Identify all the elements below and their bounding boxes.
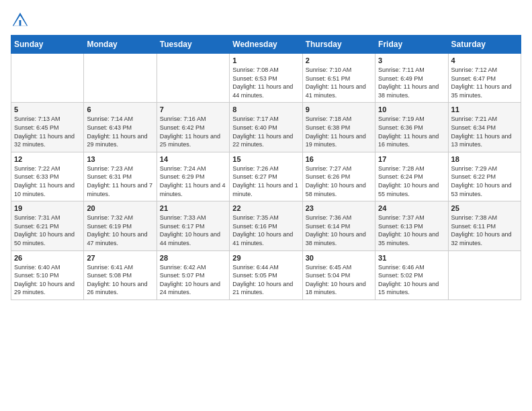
- day-number: 31: [378, 254, 445, 262]
- day-info: Sunrise: 6:44 AM Sunset: 5:05 PM Dayligh…: [232, 263, 299, 297]
- calendar-cell: 12Sunrise: 7:22 AM Sunset: 6:33 PM Dayli…: [11, 152, 84, 201]
- day-info: Sunrise: 7:33 AM Sunset: 6:17 PM Dayligh…: [160, 214, 226, 247]
- calendar-cell: [448, 250, 521, 300]
- day-number: 17: [378, 155, 445, 163]
- day-number: 9: [306, 105, 372, 113]
- calendar-cell: 11Sunrise: 7:21 AM Sunset: 6:34 PM Dayli…: [448, 103, 521, 152]
- weekday-header-monday: Monday: [84, 36, 157, 54]
- day-number: 28: [160, 254, 226, 262]
- day-number: 13: [87, 155, 153, 163]
- day-info: Sunrise: 7:24 AM Sunset: 6:29 PM Dayligh…: [160, 165, 226, 198]
- day-info: Sunrise: 7:38 AM Sunset: 6:11 PM Dayligh…: [451, 214, 518, 247]
- weekday-header-tuesday: Tuesday: [157, 36, 229, 54]
- calendar-cell: 31Sunrise: 6:46 AM Sunset: 5:02 PM Dayli…: [375, 250, 448, 300]
- day-number: 15: [232, 155, 299, 163]
- day-info: Sunrise: 7:26 AM Sunset: 6:27 PM Dayligh…: [232, 165, 299, 198]
- calendar-cell: 9Sunrise: 7:18 AM Sunset: 6:38 PM Daylig…: [302, 103, 375, 152]
- day-number: 10: [378, 105, 445, 113]
- day-info: Sunrise: 7:28 AM Sunset: 6:24 PM Dayligh…: [378, 165, 445, 198]
- day-number: 19: [14, 204, 81, 212]
- day-info: Sunrise: 7:10 AM Sunset: 6:51 PM Dayligh…: [306, 66, 372, 99]
- day-number: 7: [160, 105, 226, 113]
- day-number: 22: [232, 204, 299, 212]
- day-info: Sunrise: 6:40 AM Sunset: 5:10 PM Dayligh…: [14, 263, 81, 297]
- logo-icon: [11, 11, 30, 30]
- calendar-cell: 10Sunrise: 7:19 AM Sunset: 6:36 PM Dayli…: [375, 103, 448, 152]
- calendar-cell: 1Sunrise: 7:08 AM Sunset: 6:53 PM Daylig…: [230, 54, 302, 103]
- day-number: 4: [451, 56, 518, 64]
- day-number: 20: [87, 204, 153, 212]
- week-row-3: 12Sunrise: 7:22 AM Sunset: 6:33 PM Dayli…: [11, 152, 521, 201]
- day-number: 25: [451, 204, 518, 212]
- calendar-cell: 18Sunrise: 7:29 AM Sunset: 6:22 PM Dayli…: [448, 152, 521, 201]
- calendar-cell: 19Sunrise: 7:31 AM Sunset: 6:21 PM Dayli…: [11, 201, 84, 250]
- day-info: Sunrise: 7:12 AM Sunset: 6:47 PM Dayligh…: [451, 66, 518, 99]
- week-row-4: 19Sunrise: 7:31 AM Sunset: 6:21 PM Dayli…: [11, 201, 521, 250]
- week-row-5: 26Sunrise: 6:40 AM Sunset: 5:10 PM Dayli…: [11, 250, 521, 300]
- day-number: 27: [87, 254, 153, 262]
- calendar-cell: 26Sunrise: 6:40 AM Sunset: 5:10 PM Dayli…: [11, 250, 84, 300]
- day-info: Sunrise: 7:35 AM Sunset: 6:16 PM Dayligh…: [232, 214, 299, 247]
- day-number: 6: [87, 105, 153, 113]
- calendar: SundayMondayTuesdayWednesdayThursdayFrid…: [11, 35, 521, 300]
- day-info: Sunrise: 7:11 AM Sunset: 6:49 PM Dayligh…: [378, 66, 445, 99]
- day-number: 26: [14, 254, 81, 262]
- day-number: 23: [306, 204, 372, 212]
- day-info: Sunrise: 7:22 AM Sunset: 6:33 PM Dayligh…: [14, 165, 81, 198]
- day-info: Sunrise: 7:13 AM Sunset: 6:45 PM Dayligh…: [14, 115, 81, 148]
- calendar-cell: 25Sunrise: 7:38 AM Sunset: 6:11 PM Dayli…: [448, 201, 521, 250]
- calendar-cell: 27Sunrise: 6:41 AM Sunset: 5:08 PM Dayli…: [84, 250, 157, 300]
- day-number: 29: [232, 254, 299, 262]
- calendar-cell: 5Sunrise: 7:13 AM Sunset: 6:45 PM Daylig…: [11, 103, 84, 152]
- day-info: Sunrise: 7:32 AM Sunset: 6:19 PM Dayligh…: [87, 214, 153, 247]
- day-info: Sunrise: 7:36 AM Sunset: 6:14 PM Dayligh…: [306, 214, 372, 247]
- day-number: 18: [451, 155, 518, 163]
- day-number: 14: [160, 155, 226, 163]
- calendar-cell: 7Sunrise: 7:16 AM Sunset: 6:42 PM Daylig…: [157, 103, 229, 152]
- calendar-cell: 24Sunrise: 7:37 AM Sunset: 6:13 PM Dayli…: [375, 201, 448, 250]
- day-info: Sunrise: 6:42 AM Sunset: 5:07 PM Dayligh…: [160, 263, 226, 297]
- week-row-1: 1Sunrise: 7:08 AM Sunset: 6:53 PM Daylig…: [11, 54, 521, 103]
- weekday-header-friday: Friday: [375, 36, 448, 54]
- calendar-cell: 15Sunrise: 7:26 AM Sunset: 6:27 PM Dayli…: [230, 152, 302, 201]
- calendar-cell: 28Sunrise: 6:42 AM Sunset: 5:07 PM Dayli…: [157, 250, 229, 300]
- day-number: 8: [232, 105, 299, 113]
- day-number: 2: [306, 56, 372, 64]
- weekday-header-row: SundayMondayTuesdayWednesdayThursdayFrid…: [11, 36, 521, 54]
- calendar-cell: [84, 54, 157, 103]
- calendar-cell: 23Sunrise: 7:36 AM Sunset: 6:14 PM Dayli…: [302, 201, 375, 250]
- day-info: Sunrise: 7:31 AM Sunset: 6:21 PM Dayligh…: [14, 214, 81, 247]
- week-row-2: 5Sunrise: 7:13 AM Sunset: 6:45 PM Daylig…: [11, 103, 521, 152]
- calendar-cell: 13Sunrise: 7:23 AM Sunset: 6:31 PM Dayli…: [84, 152, 157, 201]
- day-info: Sunrise: 7:23 AM Sunset: 6:31 PM Dayligh…: [87, 165, 153, 198]
- calendar-cell: 3Sunrise: 7:11 AM Sunset: 6:49 PM Daylig…: [375, 54, 448, 103]
- calendar-cell: 22Sunrise: 7:35 AM Sunset: 6:16 PM Dayli…: [230, 201, 302, 250]
- calendar-cell: 29Sunrise: 6:44 AM Sunset: 5:05 PM Dayli…: [230, 250, 302, 300]
- calendar-cell: [11, 54, 84, 103]
- day-number: 11: [451, 105, 518, 113]
- weekday-header-wednesday: Wednesday: [230, 36, 302, 54]
- day-info: Sunrise: 7:29 AM Sunset: 6:22 PM Dayligh…: [451, 165, 518, 198]
- day-info: Sunrise: 7:08 AM Sunset: 6:53 PM Dayligh…: [232, 66, 299, 99]
- day-info: Sunrise: 6:41 AM Sunset: 5:08 PM Dayligh…: [87, 263, 153, 297]
- day-info: Sunrise: 6:45 AM Sunset: 5:04 PM Dayligh…: [306, 263, 372, 297]
- calendar-cell: 21Sunrise: 7:33 AM Sunset: 6:17 PM Dayli…: [157, 201, 229, 250]
- calendar-cell: 16Sunrise: 7:27 AM Sunset: 6:26 PM Dayli…: [302, 152, 375, 201]
- calendar-cell: 6Sunrise: 7:14 AM Sunset: 6:43 PM Daylig…: [84, 103, 157, 152]
- day-info: Sunrise: 6:46 AM Sunset: 5:02 PM Dayligh…: [378, 263, 445, 297]
- day-info: Sunrise: 7:18 AM Sunset: 6:38 PM Dayligh…: [306, 115, 372, 148]
- day-info: Sunrise: 7:27 AM Sunset: 6:26 PM Dayligh…: [306, 165, 372, 198]
- day-number: 16: [306, 155, 372, 163]
- calendar-cell: 4Sunrise: 7:12 AM Sunset: 6:47 PM Daylig…: [448, 54, 521, 103]
- day-info: Sunrise: 7:21 AM Sunset: 6:34 PM Dayligh…: [451, 115, 518, 148]
- day-number: 3: [378, 56, 445, 64]
- day-number: 30: [306, 254, 372, 262]
- day-number: 24: [378, 204, 445, 212]
- calendar-cell: [157, 54, 229, 103]
- weekday-header-thursday: Thursday: [302, 36, 375, 54]
- page-header: [11, 11, 521, 30]
- calendar-cell: 17Sunrise: 7:28 AM Sunset: 6:24 PM Dayli…: [375, 152, 448, 201]
- day-info: Sunrise: 7:17 AM Sunset: 6:40 PM Dayligh…: [232, 115, 299, 148]
- day-info: Sunrise: 7:16 AM Sunset: 6:42 PM Dayligh…: [160, 115, 226, 148]
- day-number: 1: [232, 56, 299, 64]
